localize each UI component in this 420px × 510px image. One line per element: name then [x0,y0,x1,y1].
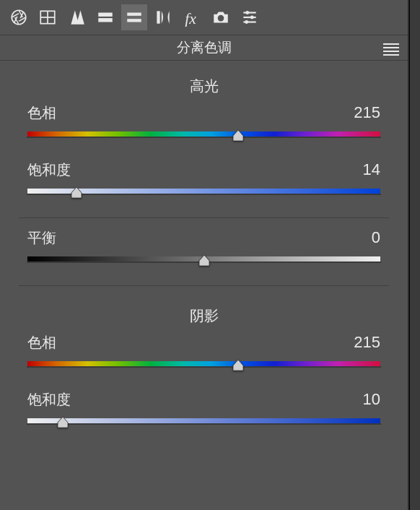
slider-value[interactable]: 0 [337,228,380,247]
balance-slider[interactable]: 平衡 0 [27,228,380,269]
lens-correction-icon[interactable] [150,4,176,30]
effects-icon[interactable]: fx [179,4,205,30]
svg-point-10 [218,15,224,22]
divider [19,217,389,218]
panel-menu-icon[interactable] [383,41,399,54]
svg-rect-7 [127,19,141,22]
slider-thumb[interactable] [70,186,83,199]
panel-tabs: fx [0,0,408,35]
divider [19,285,389,286]
slider-label: 饱和度 [27,160,71,180]
shadows-hue-slider[interactable]: 色相 215 [27,333,380,374]
split-toning-icon[interactable] [121,4,147,30]
svg-point-12 [245,11,249,14]
svg-rect-8 [157,11,159,23]
detail-icon[interactable] [92,4,118,30]
panel-title: 分离色调 [177,38,232,57]
slider-label: 色相 [27,103,56,123]
svg-text:fx: fx [185,10,196,27]
slider-label: 色相 [27,333,56,353]
slider-label: 平衡 [27,228,56,248]
svg-rect-4 [98,13,113,17]
slider-thumb[interactable] [56,415,69,428]
highlights-hue-slider[interactable]: 色相 215 [27,103,380,144]
svg-point-16 [245,20,248,24]
sharpening-icon[interactable] [64,4,89,30]
svg-rect-6 [127,13,141,16]
highlights-heading: 高光 [27,66,380,103]
slider-value[interactable]: 14 [337,160,380,179]
panel-header: 分离色调 [0,35,408,61]
presets-icon[interactable] [237,4,263,30]
shadows-saturation-slider[interactable]: 饱和度 10 [27,390,380,431]
slider-thumb[interactable] [232,358,245,371]
slider-thumb[interactable] [198,254,211,267]
highlights-saturation-slider[interactable]: 饱和度 14 [27,160,380,202]
slider-label: 饱和度 [27,390,71,410]
camera-icon[interactable] [208,4,234,30]
aperture-icon[interactable] [6,4,32,30]
right-edge [409,0,420,510]
slider-value[interactable]: 215 [337,333,380,352]
slider-value[interactable]: 10 [337,390,380,409]
slider-value[interactable]: 215 [337,103,380,122]
grid-icon[interactable] [35,4,61,30]
svg-rect-5 [98,18,113,22]
svg-point-14 [250,16,254,20]
slider-thumb[interactable] [232,129,245,142]
shadows-heading: 阴影 [27,296,380,333]
